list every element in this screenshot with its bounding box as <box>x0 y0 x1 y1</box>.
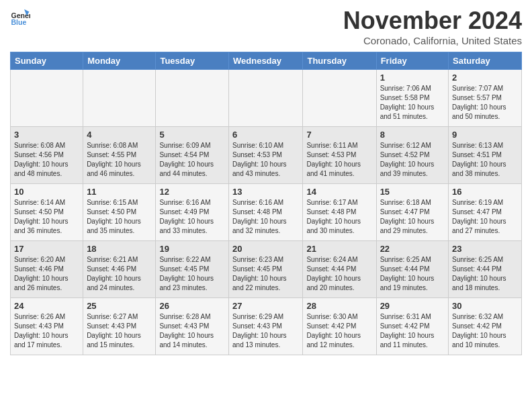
day-number: 23 <box>452 244 518 254</box>
logo-icon: General Blue <box>10 7 30 27</box>
day-info: Sunrise: 6:22 AM Sunset: 4:45 PM Dayligh… <box>159 255 225 293</box>
day-cell: 23Sunrise: 6:25 AM Sunset: 4:44 PM Dayli… <box>449 241 522 298</box>
day-cell: 6Sunrise: 6:10 AM Sunset: 4:53 PM Daylig… <box>229 127 303 184</box>
col-header-wednesday: Wednesday <box>229 52 303 70</box>
col-header-saturday: Saturday <box>449 52 522 70</box>
day-cell: 27Sunrise: 6:29 AM Sunset: 4:43 PM Dayli… <box>229 298 303 355</box>
day-info: Sunrise: 6:28 AM Sunset: 4:43 PM Dayligh… <box>159 312 225 350</box>
day-cell: 19Sunrise: 6:22 AM Sunset: 4:45 PM Dayli… <box>156 241 229 298</box>
day-number: 7 <box>306 130 372 140</box>
day-info: Sunrise: 6:08 AM Sunset: 4:56 PM Dayligh… <box>14 141 79 179</box>
day-cell <box>303 70 376 127</box>
day-cell: 20Sunrise: 6:23 AM Sunset: 4:45 PM Dayli… <box>229 241 303 298</box>
day-info: Sunrise: 6:13 AM Sunset: 4:51 PM Dayligh… <box>452 141 518 179</box>
day-info: Sunrise: 6:15 AM Sunset: 4:50 PM Dayligh… <box>87 198 152 236</box>
day-cell: 18Sunrise: 6:21 AM Sunset: 4:46 PM Dayli… <box>83 241 156 298</box>
day-cell: 26Sunrise: 6:28 AM Sunset: 4:43 PM Dayli… <box>156 298 229 355</box>
day-number: 20 <box>232 244 299 254</box>
day-cell: 9Sunrise: 6:13 AM Sunset: 4:51 PM Daylig… <box>449 127 522 184</box>
day-number: 30 <box>452 301 518 311</box>
calendar-table: SundayMondayTuesdayWednesdayThursdayFrid… <box>10 52 522 355</box>
day-info: Sunrise: 6:11 AM Sunset: 4:53 PM Dayligh… <box>306 141 372 179</box>
day-number: 13 <box>232 187 299 197</box>
col-header-friday: Friday <box>376 52 448 70</box>
day-number: 25 <box>87 301 152 311</box>
day-cell: 30Sunrise: 6:32 AM Sunset: 4:42 PM Dayli… <box>449 298 522 355</box>
day-number: 3 <box>14 130 79 140</box>
day-number: 8 <box>380 130 445 140</box>
day-cell: 15Sunrise: 6:18 AM Sunset: 4:47 PM Dayli… <box>376 184 448 241</box>
col-header-sunday: Sunday <box>11 52 83 70</box>
day-info: Sunrise: 6:20 AM Sunset: 4:46 PM Dayligh… <box>14 255 79 293</box>
week-row-5: 24Sunrise: 6:26 AM Sunset: 4:43 PM Dayli… <box>11 298 522 355</box>
header: General Blue November 2024 Coronado, Cal… <box>10 7 522 46</box>
day-cell: 1Sunrise: 7:06 AM Sunset: 5:58 PM Daylig… <box>376 70 448 127</box>
day-number: 24 <box>14 301 79 311</box>
day-cell: 14Sunrise: 6:17 AM Sunset: 4:48 PM Dayli… <box>303 184 376 241</box>
day-info: Sunrise: 6:27 AM Sunset: 4:43 PM Dayligh… <box>87 312 152 350</box>
day-number: 18 <box>87 244 152 254</box>
day-cell: 3Sunrise: 6:08 AM Sunset: 4:56 PM Daylig… <box>11 127 83 184</box>
week-row-3: 10Sunrise: 6:14 AM Sunset: 4:50 PM Dayli… <box>11 184 522 241</box>
day-info: Sunrise: 6:21 AM Sunset: 4:46 PM Dayligh… <box>87 255 152 293</box>
day-cell: 4Sunrise: 6:08 AM Sunset: 4:55 PM Daylig… <box>83 127 156 184</box>
title-block: November 2024 Coronado, California, Unit… <box>343 7 522 46</box>
day-info: Sunrise: 6:12 AM Sunset: 4:52 PM Dayligh… <box>380 141 445 179</box>
week-row-4: 17Sunrise: 6:20 AM Sunset: 4:46 PM Dayli… <box>11 241 522 298</box>
day-info: Sunrise: 6:32 AM Sunset: 4:42 PM Dayligh… <box>452 312 518 350</box>
day-cell: 16Sunrise: 6:19 AM Sunset: 4:47 PM Dayli… <box>449 184 522 241</box>
day-number: 2 <box>452 73 518 83</box>
day-number: 14 <box>306 187 372 197</box>
day-cell: 10Sunrise: 6:14 AM Sunset: 4:50 PM Dayli… <box>11 184 83 241</box>
day-cell: 25Sunrise: 6:27 AM Sunset: 4:43 PM Dayli… <box>83 298 156 355</box>
day-info: Sunrise: 6:14 AM Sunset: 4:50 PM Dayligh… <box>14 198 79 236</box>
day-cell: 7Sunrise: 6:11 AM Sunset: 4:53 PM Daylig… <box>303 127 376 184</box>
day-number: 4 <box>87 130 152 140</box>
day-info: Sunrise: 6:23 AM Sunset: 4:45 PM Dayligh… <box>232 255 299 293</box>
day-info: Sunrise: 6:25 AM Sunset: 4:44 PM Dayligh… <box>380 255 445 293</box>
day-info: Sunrise: 6:29 AM Sunset: 4:43 PM Dayligh… <box>232 312 299 350</box>
svg-text:Blue: Blue <box>11 18 27 26</box>
day-cell <box>156 70 229 127</box>
day-info: Sunrise: 6:24 AM Sunset: 4:44 PM Dayligh… <box>306 255 372 293</box>
day-cell: 24Sunrise: 6:26 AM Sunset: 4:43 PM Dayli… <box>11 298 83 355</box>
day-number: 28 <box>306 301 372 311</box>
day-info: Sunrise: 7:07 AM Sunset: 5:57 PM Dayligh… <box>452 84 518 122</box>
day-cell: 22Sunrise: 6:25 AM Sunset: 4:44 PM Dayli… <box>376 241 448 298</box>
day-cell: 13Sunrise: 6:16 AM Sunset: 4:48 PM Dayli… <box>229 184 303 241</box>
day-info: Sunrise: 6:30 AM Sunset: 4:42 PM Dayligh… <box>306 312 372 350</box>
col-header-monday: Monday <box>83 52 156 70</box>
day-cell: 8Sunrise: 6:12 AM Sunset: 4:52 PM Daylig… <box>376 127 448 184</box>
day-info: Sunrise: 6:25 AM Sunset: 4:44 PM Dayligh… <box>452 255 518 293</box>
header-row: SundayMondayTuesdayWednesdayThursdayFrid… <box>11 52 522 70</box>
day-number: 21 <box>306 244 372 254</box>
day-number: 29 <box>380 301 445 311</box>
day-info: Sunrise: 6:31 AM Sunset: 4:42 PM Dayligh… <box>380 312 445 350</box>
week-row-1: 1Sunrise: 7:06 AM Sunset: 5:58 PM Daylig… <box>11 70 522 127</box>
day-number: 16 <box>452 187 518 197</box>
day-number: 19 <box>159 244 225 254</box>
day-info: Sunrise: 6:17 AM Sunset: 4:48 PM Dayligh… <box>306 198 372 236</box>
day-info: Sunrise: 6:09 AM Sunset: 4:54 PM Dayligh… <box>159 141 225 179</box>
day-cell: 29Sunrise: 6:31 AM Sunset: 4:42 PM Dayli… <box>376 298 448 355</box>
day-cell: 17Sunrise: 6:20 AM Sunset: 4:46 PM Dayli… <box>11 241 83 298</box>
day-info: Sunrise: 6:16 AM Sunset: 4:48 PM Dayligh… <box>232 198 299 236</box>
week-row-2: 3Sunrise: 6:08 AM Sunset: 4:56 PM Daylig… <box>11 127 522 184</box>
col-header-thursday: Thursday <box>303 52 376 70</box>
day-cell <box>229 70 303 127</box>
day-info: Sunrise: 6:10 AM Sunset: 4:53 PM Dayligh… <box>232 141 299 179</box>
day-number: 15 <box>380 187 445 197</box>
day-info: Sunrise: 6:26 AM Sunset: 4:43 PM Dayligh… <box>14 312 79 350</box>
day-info: Sunrise: 7:06 AM Sunset: 5:58 PM Dayligh… <box>380 84 445 122</box>
day-info: Sunrise: 6:16 AM Sunset: 4:49 PM Dayligh… <box>159 198 225 236</box>
day-info: Sunrise: 6:19 AM Sunset: 4:47 PM Dayligh… <box>452 198 518 236</box>
day-cell: 21Sunrise: 6:24 AM Sunset: 4:44 PM Dayli… <box>303 241 376 298</box>
day-number: 5 <box>159 130 225 140</box>
day-number: 1 <box>380 73 445 83</box>
day-number: 26 <box>159 301 225 311</box>
day-number: 9 <box>452 130 518 140</box>
day-info: Sunrise: 6:18 AM Sunset: 4:47 PM Dayligh… <box>380 198 445 236</box>
logo: General Blue <box>10 7 33 27</box>
day-number: 11 <box>87 187 152 197</box>
day-cell: 11Sunrise: 6:15 AM Sunset: 4:50 PM Dayli… <box>83 184 156 241</box>
